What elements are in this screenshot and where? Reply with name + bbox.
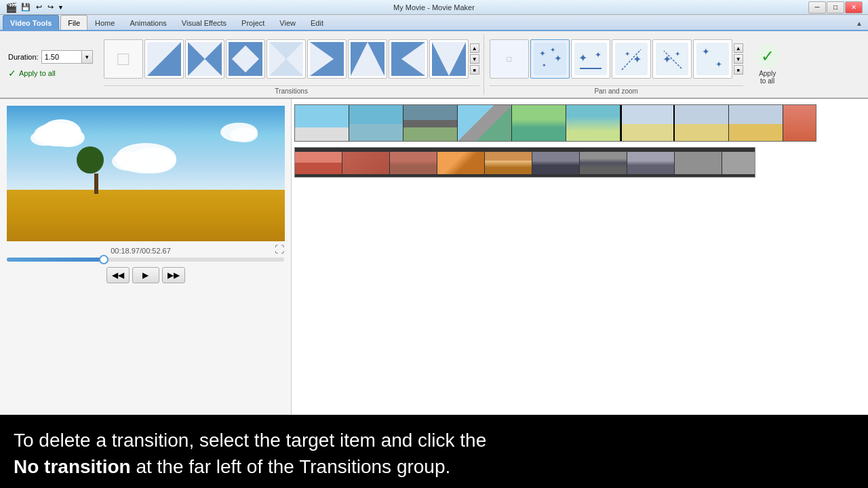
progress-bar[interactable] <box>7 258 284 262</box>
svg-text:✦: ✦ <box>663 54 671 65</box>
panzoom-zoom-out[interactable]: ✦ ✦ <box>652 39 692 79</box>
frame-2[interactable] <box>349 105 403 142</box>
quick-redo-icon[interactable]: ↪ <box>46 3 55 12</box>
tab-visual-effects[interactable]: Visual Effects <box>174 15 234 30</box>
svg-text:✦: ✦ <box>633 54 642 65</box>
fullscreen-icon[interactable]: ⛶ <box>275 244 284 255</box>
tab-file[interactable]: File <box>60 15 87 30</box>
video-strip-container <box>294 147 865 178</box>
time-display: 00:18.97/00:52.67 <box>111 247 171 255</box>
transition-diamond[interactable] <box>226 39 265 79</box>
frame-9[interactable] <box>783 105 816 142</box>
transition-right-sweep[interactable] <box>307 39 347 79</box>
duration-dropdown-button[interactable]: ▼ <box>82 50 93 64</box>
frame-8b[interactable] <box>729 105 783 142</box>
panzoom-scatter[interactable]: ✦ ✦ ✦ ✦ <box>530 39 570 79</box>
play-button[interactable]: ▶ <box>132 267 159 283</box>
svg-text:✦: ✦ <box>578 52 587 64</box>
transition-icon-5 <box>310 42 344 76</box>
preview-ground <box>7 190 285 241</box>
duration-input[interactable] <box>41 50 82 64</box>
transition-icon-4 <box>269 42 303 76</box>
frame-5[interactable] <box>512 105 566 142</box>
frame-8[interactable] <box>675 105 729 142</box>
transition-x-wipe[interactable] <box>267 39 306 79</box>
quick-save-icon[interactable]: 💾 <box>20 3 32 12</box>
vframe-9[interactable] <box>675 148 722 178</box>
transition-diagonal-1[interactable] <box>144 39 184 79</box>
pan-zoom-group: □ ✦ ✦ ✦ ✦ ✦ ✦ <box>486 34 747 95</box>
transition-icon-3 <box>229 42 262 76</box>
vframe-8[interactable] <box>627 148 675 178</box>
transition-icon-2 <box>188 42 222 76</box>
prev-frame-button[interactable]: ◀◀ <box>106 267 130 283</box>
transitions-label: Transitions <box>104 85 479 95</box>
prev-frame-icon: ◀◀ <box>112 270 124 280</box>
next-frame-button[interactable]: ▶▶ <box>162 267 185 283</box>
tab-animations[interactable]: Animations <box>122 15 174 30</box>
scroll-up-button[interactable]: ▲ <box>470 43 479 53</box>
apply-all-button[interactable]: ✓ Apply to all <box>8 68 93 79</box>
apply-to-all-button[interactable]: ✓ Applyto all <box>749 34 787 95</box>
toolbar-dropdown-icon[interactable]: ▼ <box>58 4 64 11</box>
frame-6[interactable] <box>566 105 620 142</box>
photo-strip <box>294 104 816 142</box>
minimize-button[interactable]: ─ <box>808 1 826 14</box>
title-bar-left: 🎬 💾 ↩ ↪ ▼ <box>5 2 64 13</box>
transitions-group: □ <box>100 34 484 95</box>
scroll-expand-button[interactable]: ■ <box>470 65 479 75</box>
progress-track[interactable] <box>7 258 284 262</box>
cloud-group-3 <box>108 140 197 180</box>
panzoom-scroll-down[interactable]: ▼ <box>734 54 743 64</box>
frame-7[interactable] <box>620 105 675 142</box>
progress-thumb[interactable] <box>99 255 108 264</box>
panzoom-zoom-in[interactable]: ✦ ✦ <box>612 39 651 79</box>
tab-view[interactable]: View <box>272 15 303 30</box>
play-icon: ▶ <box>142 270 149 280</box>
panzoom-pan-diag[interactable]: ✦ ✦ <box>693 39 732 79</box>
scroll-down-button[interactable]: ▼ <box>470 54 479 64</box>
quick-undo-icon[interactable]: ↩ <box>35 3 43 12</box>
transition-down-triangle[interactable] <box>429 39 469 79</box>
panzoom-none[interactable]: □ <box>490 39 529 79</box>
panzoom-scroll-up[interactable]: ▲ <box>734 43 743 53</box>
transition-cross[interactable] <box>185 39 224 79</box>
progress-fill <box>7 258 104 262</box>
vframe-4[interactable] <box>437 148 485 178</box>
caption-text-part2: at the far left of the Transitions group… <box>136 456 450 477</box>
panzoom-zoom-in-icon: ✦ ✦ <box>615 43 648 75</box>
panzoom-zoom-out-icon: ✦ ✦ <box>656 43 688 75</box>
close-button[interactable]: ✕ <box>845 1 863 14</box>
transition-up-triangle[interactable] <box>348 39 387 79</box>
vframe-3[interactable] <box>390 148 437 178</box>
title-bar: 🎬 💾 ↩ ↪ ▼ My Movie - Movie Maker ─ □ ✕ <box>0 0 868 15</box>
svg-text:✦: ✦ <box>595 50 601 60</box>
frame-1[interactable] <box>295 105 349 142</box>
vframe-2[interactable] <box>342 148 390 178</box>
svg-text:✦: ✦ <box>675 50 680 58</box>
tab-video-tools[interactable]: Video Tools <box>3 15 59 30</box>
apply-all-check-icon: ✓ <box>8 68 16 79</box>
vframe-6[interactable] <box>532 148 580 178</box>
transition-none[interactable]: □ <box>104 39 143 79</box>
maximize-button[interactable]: □ <box>827 1 844 14</box>
tab-home[interactable]: Home <box>87 15 122 30</box>
apply-to-all-icon: ✓ <box>755 44 780 68</box>
panzoom-expand[interactable]: ■ <box>734 65 743 75</box>
vframe-7[interactable] <box>580 148 627 178</box>
tab-edit[interactable]: Edit <box>303 15 331 30</box>
vframe-1[interactable] <box>295 148 342 178</box>
frame-3[interactable] <box>403 105 458 142</box>
tree-trunk <box>94 174 98 194</box>
tab-project[interactable]: Project <box>234 15 272 30</box>
frame-4[interactable] <box>458 105 512 142</box>
panzoom-pan-lr[interactable]: ✦ ✦ <box>571 39 610 79</box>
vframe-5[interactable] <box>485 148 532 178</box>
ribbon-collapse-icon[interactable]: ▲ <box>853 18 865 28</box>
panzoom-pan-diag-icon: ✦ ✦ <box>696 43 729 75</box>
caption-text: To delete a transition, select the targe… <box>14 427 854 480</box>
transition-left-triangle[interactable] <box>389 39 428 79</box>
svg-text:✦: ✦ <box>702 46 710 57</box>
vframe-10[interactable] <box>722 148 755 178</box>
svg-rect-34 <box>656 43 688 75</box>
